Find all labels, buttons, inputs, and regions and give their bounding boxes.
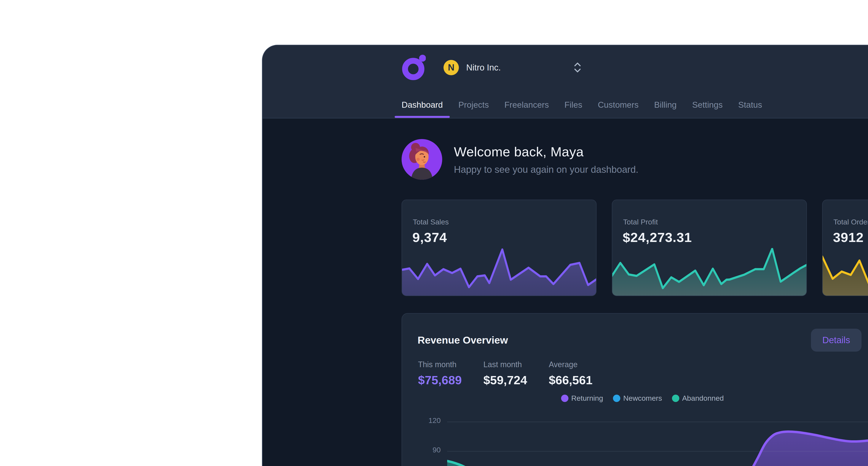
nitro-logo-icon[interactable] bbox=[402, 55, 426, 80]
nav-item-projects[interactable]: Projects bbox=[452, 100, 496, 118]
stat-card-total-profit: Total Profit$24,273.31 bbox=[612, 200, 807, 296]
nav-item-label: Files bbox=[564, 100, 582, 109]
nav-item-label: Status bbox=[738, 100, 762, 109]
nav-item-label: Freelancers bbox=[504, 100, 549, 109]
y-axis-tick-label: 120 bbox=[402, 416, 441, 425]
revenue-stat-last-month: Last month$59,724 bbox=[483, 360, 527, 387]
nav-item-status[interactable]: Status bbox=[731, 100, 769, 118]
legend-dot-icon bbox=[613, 395, 620, 402]
revenue-stat-value: $75,689 bbox=[418, 373, 462, 387]
legend-item-abandonned[interactable]: Abandonned bbox=[672, 394, 724, 402]
nav-item-settings[interactable]: Settings bbox=[685, 100, 730, 118]
legend-item-newcomers[interactable]: Newcomers bbox=[613, 394, 662, 402]
legend-label: Newcomers bbox=[623, 394, 662, 402]
legend-dot-icon bbox=[561, 395, 568, 402]
nav-item-label: Billing bbox=[654, 100, 677, 109]
series-area bbox=[751, 432, 868, 466]
nav-item-label: Dashboard bbox=[402, 100, 443, 109]
revenue-stat-label: Average bbox=[549, 360, 592, 369]
main-nav: DashboardProjectsFreelancersFilesCustome… bbox=[402, 100, 868, 118]
stat-card-total-orders: Total Orders3912 bbox=[822, 200, 868, 296]
user-avatar bbox=[402, 139, 442, 180]
avatar-illustration-icon bbox=[402, 139, 442, 180]
stat-card-label: Total Profit bbox=[623, 218, 806, 226]
revenue-stat-label: Last month bbox=[483, 360, 527, 369]
stat-card-label: Total Sales bbox=[413, 218, 596, 226]
legend-label: Abandonned bbox=[682, 394, 724, 402]
sparkline-chart bbox=[402, 248, 596, 296]
nav-item-dashboard[interactable]: Dashboard bbox=[395, 100, 450, 118]
revenue-overview-panel: Revenue Overview Details This month$75,6… bbox=[402, 313, 868, 466]
nav-item-label: Customers bbox=[598, 100, 639, 109]
company-selector[interactable]: N Nitro Inc. bbox=[443, 60, 581, 75]
stat-card-value: $24,273.31 bbox=[623, 230, 806, 245]
nav-item-files[interactable]: Files bbox=[558, 100, 589, 118]
legend-label: Returning bbox=[571, 394, 603, 402]
nav-item-billing[interactable]: Billing bbox=[647, 100, 684, 118]
chart-legend: ReturningNewcomersAbandonned bbox=[561, 394, 724, 402]
stat-card-label: Total Orders bbox=[833, 218, 868, 226]
app-window: N Nitro Inc. DashboardProjectsFreelancer… bbox=[262, 45, 868, 466]
legend-item-returning[interactable]: Returning bbox=[561, 394, 603, 402]
nav-item-customers[interactable]: Customers bbox=[591, 100, 646, 118]
revenue-title: Revenue Overview bbox=[417, 334, 508, 346]
stat-card-total-sales: Total Sales9,374 bbox=[402, 200, 596, 296]
sparkline-chart bbox=[822, 248, 868, 296]
y-axis-tick-label: 90 bbox=[402, 446, 441, 454]
sparkline-chart bbox=[612, 248, 807, 296]
welcome-subtitle: Happy to see you again on your dashboard… bbox=[454, 164, 639, 175]
legend-dot-icon bbox=[672, 395, 679, 402]
revenue-stats-row: This month$75,689Last month$59,724Averag… bbox=[418, 360, 592, 387]
nav-item-freelancers[interactable]: Freelancers bbox=[498, 100, 556, 118]
revenue-stat-average: Average$66,561 bbox=[549, 360, 592, 387]
company-name: Nitro Inc. bbox=[466, 63, 501, 72]
welcome-section: Welcome back, Maya Happy to see you agai… bbox=[402, 139, 868, 180]
header-top-row: N Nitro Inc. bbox=[402, 55, 868, 81]
dashboard-content: Welcome back, Maya Happy to see you agai… bbox=[262, 139, 868, 466]
app-header: N Nitro Inc. DashboardProjectsFreelancer… bbox=[262, 46, 868, 118]
chevron-up-down-icon[interactable] bbox=[574, 62, 581, 72]
stat-card-value: 3912 bbox=[833, 230, 868, 245]
revenue-stat-value: $66,561 bbox=[549, 373, 592, 387]
revenue-stat-value: $59,724 bbox=[483, 373, 527, 387]
stat-card-value: 9,374 bbox=[412, 230, 596, 245]
revenue-area-chart bbox=[447, 410, 868, 466]
details-button[interactable]: Details bbox=[811, 329, 862, 352]
screenshot-stage: N Nitro Inc. DashboardProjectsFreelancer… bbox=[0, 0, 868, 466]
nav-item-label: Settings bbox=[692, 100, 723, 109]
revenue-stat-label: This month bbox=[418, 360, 462, 369]
nav-item-label: Projects bbox=[458, 100, 489, 109]
stat-cards-row: Total Sales9,374Total Profit$24,273.31To… bbox=[402, 200, 868, 296]
welcome-text: Welcome back, Maya Happy to see you agai… bbox=[454, 144, 639, 175]
welcome-title: Welcome back, Maya bbox=[454, 144, 639, 159]
revenue-stat-this-month: This month$75,689 bbox=[418, 360, 462, 387]
company-badge-icon: N bbox=[443, 60, 459, 75]
